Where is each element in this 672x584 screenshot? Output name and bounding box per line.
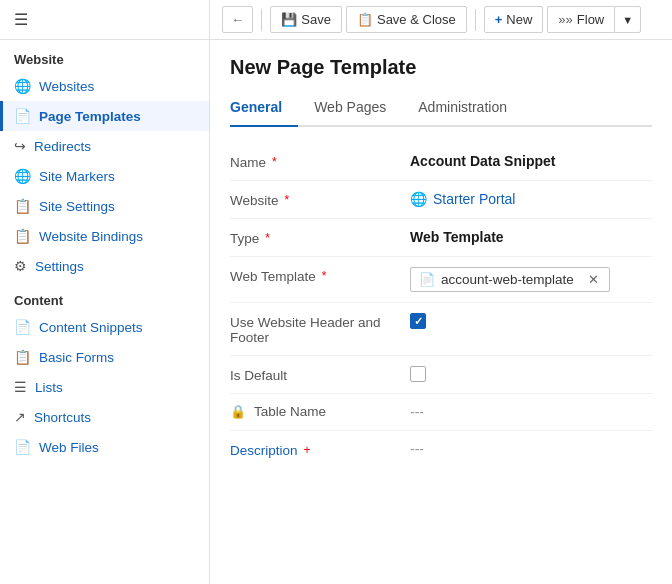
web-template-value: 📄 account-web-template ✕ (410, 267, 652, 292)
description-dashes: --- (410, 441, 424, 457)
flow-button[interactable]: »» Flow (547, 6, 614, 33)
is-default-label: Is Default (230, 366, 410, 383)
sidebar-item-shortcuts[interactable]: ↗ Shortcuts (0, 402, 209, 432)
web-template-label: Web Template * (230, 267, 410, 284)
form-row-table-name: 🔒 Table Name --- (230, 394, 652, 431)
redirect-icon: ↪ (14, 138, 26, 154)
basic-forms-icon: 📋 (14, 349, 31, 365)
globe-icon: 🌐 (14, 78, 31, 94)
save-close-button[interactable]: 📋 Save & Close (346, 6, 467, 33)
table-name-label: 🔒 Table Name (230, 404, 410, 419)
page-content-area: New Page Template General Web Pages Admi… (210, 40, 672, 584)
description-label-container: Description + (230, 441, 410, 458)
table-name-dashes: --- (410, 404, 424, 420)
shortcuts-icon: ↗ (14, 409, 26, 425)
chevron-down-icon: ▼ (622, 14, 633, 26)
type-required: * (265, 231, 270, 245)
header-footer-checkbox[interactable] (410, 313, 426, 329)
back-icon: ← (231, 12, 244, 27)
site-settings-icon: 📋 (14, 198, 31, 214)
table-name-value: --- (410, 404, 652, 420)
template-doc-icon: 📄 (419, 272, 435, 287)
website-label: Website * (230, 191, 410, 208)
save-close-icon: 📋 (357, 12, 373, 27)
new-button[interactable]: + New (484, 6, 544, 33)
header-footer-value (410, 313, 652, 329)
website-value[interactable]: 🌐 Starter Portal (410, 191, 652, 207)
toolbar-divider-1 (261, 9, 262, 31)
website-link-text: Starter Portal (433, 191, 515, 207)
tab-web-pages[interactable]: Web Pages (298, 91, 402, 125)
is-default-value (410, 366, 652, 382)
sidebar-item-redirects[interactable]: ↪ Redirects (0, 131, 209, 161)
name-required: * (272, 155, 277, 169)
sidebar-item-basic-forms[interactable]: 📋 Basic Forms (0, 342, 209, 372)
website-bindings-icon: 📋 (14, 228, 31, 244)
page-template-icon: 📄 (14, 108, 31, 124)
toolbar: ← 💾 Save 📋 Save & Close + New »» Flow ▼ (210, 0, 672, 40)
sidebar-item-site-settings[interactable]: 📋 Site Settings (0, 191, 209, 221)
type-label: Type * (230, 229, 410, 246)
web-template-clear-button[interactable]: ✕ (586, 272, 601, 287)
page-title: New Page Template (230, 56, 652, 79)
flow-caret-button[interactable]: ▼ (614, 6, 641, 33)
web-template-box[interactable]: 📄 account-web-template ✕ (410, 267, 610, 292)
tab-general[interactable]: General (230, 91, 298, 125)
sidebar-item-websites[interactable]: 🌐 Websites (0, 71, 209, 101)
form-row-is-default: Is Default (230, 356, 652, 394)
lists-icon: ☰ (14, 379, 27, 395)
flow-button-group: »» Flow ▼ (547, 6, 641, 33)
sidebar-item-lists[interactable]: ☰ Lists (0, 372, 209, 402)
sidebar: ☰ Website 🌐 Websites 📄 Page Templates ↪ … (0, 0, 210, 584)
sidebar-item-page-templates[interactable]: 📄 Page Templates (0, 101, 209, 131)
web-files-icon: 📄 (14, 439, 31, 455)
description-label-text: Description (230, 443, 298, 458)
sidebar-item-web-files[interactable]: 📄 Web Files (0, 432, 209, 462)
sidebar-section-website: Website (0, 40, 209, 71)
tab-administration[interactable]: Administration (402, 91, 523, 125)
website-required: * (285, 193, 290, 207)
sidebar-item-website-bindings[interactable]: 📋 Website Bindings (0, 221, 209, 251)
web-template-required: * (322, 269, 327, 283)
is-default-checkbox[interactable] (410, 366, 426, 382)
save-close-label: Save & Close (377, 12, 456, 27)
save-button[interactable]: 💾 Save (270, 6, 342, 33)
form-row-website: Website * 🌐 Starter Portal (230, 181, 652, 219)
name-label: Name * (230, 153, 410, 170)
lock-icon: 🔒 (230, 404, 246, 419)
tabs-bar: General Web Pages Administration (230, 91, 652, 127)
main-content: ← 💾 Save 📋 Save & Close + New »» Flow ▼ … (210, 0, 672, 584)
sidebar-section-content: Content (0, 281, 209, 312)
form-row-name: Name * Account Data Snippet (230, 143, 652, 181)
sidebar-item-content-snippets[interactable]: 📄 Content Snippets (0, 312, 209, 342)
save-disk-icon: 💾 (281, 12, 297, 27)
flow-label: Flow (577, 12, 604, 27)
site-markers-icon: 🌐 (14, 168, 31, 184)
globe-link-icon: 🌐 (410, 191, 427, 207)
plus-icon: + (495, 12, 503, 27)
name-value: Account Data Snippet (410, 153, 652, 169)
save-label: Save (301, 12, 331, 27)
toolbar-divider-2 (475, 9, 476, 31)
template-name-text: account-web-template (441, 272, 580, 287)
form-row-web-template: Web Template * 📄 account-web-template ✕ (230, 257, 652, 303)
new-label: New (506, 12, 532, 27)
form-row-description: Description + --- (230, 431, 652, 468)
form-row-header-footer: Use Website Header and Footer (230, 303, 652, 356)
type-value: Web Template (410, 229, 652, 245)
header-footer-label: Use Website Header and Footer (230, 313, 410, 345)
form-row-type: Type * Web Template (230, 219, 652, 257)
sidebar-header: ☰ (0, 0, 209, 40)
sidebar-item-settings[interactable]: ⚙ Settings (0, 251, 209, 281)
sidebar-item-site-markers[interactable]: 🌐 Site Markers (0, 161, 209, 191)
description-required: + (304, 443, 311, 457)
hamburger-icon[interactable]: ☰ (14, 10, 28, 29)
back-button[interactable]: ← (222, 6, 253, 33)
form-area: Name * Account Data Snippet Website * 🌐 … (230, 143, 652, 468)
content-snippets-icon: 📄 (14, 319, 31, 335)
description-value: --- (410, 441, 652, 457)
flow-icon: »» (558, 12, 572, 27)
settings-icon: ⚙ (14, 258, 27, 274)
